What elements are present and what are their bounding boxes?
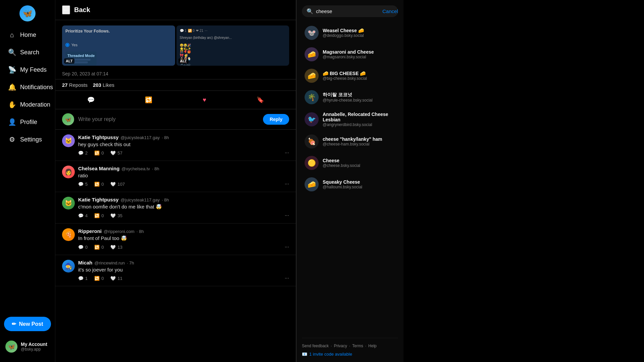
reply-action-button[interactable]: 💬 <box>85 94 97 106</box>
comment-repost-button[interactable]: 🔁 0 <box>94 150 104 156</box>
reply-input[interactable] <box>78 116 259 122</box>
sidebar-item-label: Moderation <box>20 101 50 108</box>
sidebar-nav: ⌂ Home 🔍 Search 📡 My Feeds 🔔 Notificatio… <box>0 27 55 311</box>
sidebar-item-label: Notifications <box>20 84 53 91</box>
comment-repost-button[interactable]: 🔁 0 <box>94 182 104 187</box>
reply-button[interactable]: Reply <box>263 114 289 125</box>
search-results: 🐭 Weasel Cheese 🧀 @deidoggo.bsky.social … <box>302 22 398 195</box>
comment-text: In front of Paul too 🤯 <box>78 235 289 241</box>
comment-avatar: 🧙 <box>62 260 75 273</box>
home-icon: ⌂ <box>8 31 16 39</box>
like-action-button[interactable]: ♥ <box>200 94 209 106</box>
terms-link[interactable]: Terms <box>352 344 363 348</box>
comment-more-button[interactable]: ··· <box>285 150 289 156</box>
repost-action-button[interactable]: 🔁 <box>142 94 155 106</box>
search-result-item[interactable]: 🌴 하이랄 코코넛 @hyrule-cheese.bsky.social <box>302 87 398 108</box>
reply-box: 🦋 Reply <box>55 109 296 130</box>
cancel-button[interactable]: Cancel <box>382 8 398 14</box>
comment-more-button[interactable]: ··· <box>285 213 289 219</box>
search-input[interactable] <box>316 8 380 14</box>
result-name: Squeaky Cheese <box>323 179 362 185</box>
reply-avatar: 🦋 <box>62 113 74 125</box>
search-result-item[interactable]: 🧀 🧀 BIG CHEESE 🧀 @big-cheese.bsky.social <box>302 65 398 86</box>
avatar: 🦋 <box>5 341 17 353</box>
search-result-item[interactable]: 🟡 Cheese @cheese.bsky.social <box>302 153 398 173</box>
search-result-item[interactable]: 🧀 Magsaroni and Cheese @magsaroni.bsky.s… <box>302 44 398 65</box>
comment-item: 👩 Chelsea Manning @xychelsea.tv · 8h rat… <box>55 161 296 192</box>
sidebar-item-moderation[interactable]: ✋ Moderation <box>3 97 52 113</box>
search-icon: 🔍 <box>8 48 16 56</box>
result-handle: @deidoggo.bsky.social <box>323 33 364 38</box>
search-result-item[interactable]: 🐭 Weasel Cheese 🧀 @deidoggo.bsky.social <box>302 22 398 43</box>
help-link[interactable]: Help <box>368 344 377 348</box>
sidebar-item-label: My Feeds <box>20 66 47 73</box>
result-name: cheese "hanky/lanky" ham <box>323 136 382 142</box>
search-result-item[interactable]: 🐦 Annabelle, Relocated Cheese Lesbian @a… <box>302 108 398 130</box>
comment-more-button[interactable]: ··· <box>285 275 289 281</box>
back-button[interactable]: ← <box>62 5 70 14</box>
new-post-button[interactable]: ✏ New Post <box>4 317 51 331</box>
comment-like-button[interactable]: 🤍 57 <box>110 150 122 156</box>
comment-author-handle: @juicysteak117.gay <box>121 135 160 140</box>
search-result-item[interactable]: 🧀 Squeaky Cheese @halloumi.bsky.social <box>302 174 398 195</box>
sidebar-item-label: Profile <box>20 119 37 126</box>
comment-reply-button[interactable]: 💬 5 <box>78 182 88 187</box>
moderation-icon: ✋ <box>8 101 16 109</box>
post-header: ← Back <box>55 0 296 20</box>
search-footer: Send feedback · Privacy · Terms · Help 📧… <box>302 338 398 357</box>
profile-icon: 👤 <box>8 118 16 126</box>
sidebar-item-profile[interactable]: 👤 Profile <box>3 114 52 130</box>
repost-count[interactable]: 27 Reposts <box>62 82 88 88</box>
comment-repost-button[interactable]: 🔁 0 <box>94 276 104 281</box>
result-avatar: 🟡 <box>305 156 319 170</box>
comment-reply-button[interactable]: 💬 0 <box>78 245 88 250</box>
post-timestamp: Sep 20, 2023 at 07:14 <box>55 68 296 79</box>
post-image-1: Prioritize Your Follows. Yes Threaded Mo… <box>62 25 175 66</box>
comment-reply-button[interactable]: 💬 1 <box>78 276 88 281</box>
comment-text: it's so joever for you <box>78 267 289 273</box>
comment-avatar: 🐱 <box>62 134 75 147</box>
comment-repost-button[interactable]: 🔁 0 <box>94 245 104 250</box>
comments-list: 🐱 Katie Tightpussy @juicysteak117.gay · … <box>55 130 296 286</box>
result-avatar: 🌴 <box>305 90 319 104</box>
sidebar-item-home[interactable]: ⌂ Home <box>3 27 52 43</box>
invite-label: 1 invite code available <box>309 352 352 357</box>
comment-repost-button[interactable]: 🔁 0 <box>94 213 104 218</box>
comment-like-button[interactable]: 🤍 107 <box>110 182 125 187</box>
sidebar-item-notifications[interactable]: 🔔 Notifications <box>3 79 52 95</box>
send-feedback-link[interactable]: Send feedback <box>302 344 329 348</box>
comment-author-handle: @ripperoni.com <box>104 229 135 234</box>
bookmark-action-button[interactable]: 🔖 <box>254 94 267 106</box>
comment-like-button[interactable]: 🤍 35 <box>110 213 122 218</box>
invite-banner[interactable]: 📧 1 invite code available <box>302 352 398 357</box>
comment-author-handle: @rincewind.run <box>95 260 125 265</box>
result-handle: @hyrule-cheese.bsky.social <box>323 98 373 103</box>
result-avatar: 🐭 <box>305 26 319 40</box>
post-image-2: 💬 1🔁 0❤ 21··· Shreyan (birthday arc) @sh… <box>176 25 289 66</box>
comment-avatar: 🍕 <box>62 228 75 241</box>
result-handle: @magsaroni.bsky.social <box>323 55 374 59</box>
account-section: 🦋 My Account @bsky.app <box>0 337 55 357</box>
sidebar-item-settings[interactable]: ⚙ Settings <box>3 131 52 147</box>
comment-reply-button[interactable]: 💬 2 <box>78 150 88 156</box>
result-avatar: 🍖 <box>305 134 319 148</box>
sidebar-item-feeds[interactable]: 📡 My Feeds <box>3 62 52 78</box>
comment-like-button[interactable]: 🤍 13 <box>110 245 122 250</box>
search-result-item[interactable]: 🍖 cheese "hanky/lanky" ham @cheese-ham.b… <box>302 131 398 152</box>
page-title: Back <box>74 6 90 14</box>
comment-time: · 8h <box>137 229 144 234</box>
result-name: Cheese <box>323 158 360 163</box>
account-name: My Account <box>21 342 47 347</box>
app-logo: 🦋 <box>19 5 36 21</box>
post-images: Prioritize Your Follows. Yes Threaded Mo… <box>55 25 296 66</box>
sidebar-item-search[interactable]: 🔍 Search <box>3 44 52 60</box>
comment-more-button[interactable]: ··· <box>285 244 289 250</box>
search-panel: 🔍 Cancel 🐭 Weasel Cheese 🧀 @deidoggo.bsk… <box>296 0 404 362</box>
comment-reply-button[interactable]: 💬 4 <box>78 213 88 218</box>
comment-like-button[interactable]: 🤍 11 <box>110 276 122 281</box>
comment-more-button[interactable]: ··· <box>285 181 289 187</box>
footer-links: Send feedback · Privacy · Terms · Help <box>302 344 398 348</box>
alt-badge-2: ALT <box>178 58 189 64</box>
privacy-link[interactable]: Privacy <box>334 344 347 348</box>
likes-count[interactable]: 203 Likes <box>93 82 114 88</box>
